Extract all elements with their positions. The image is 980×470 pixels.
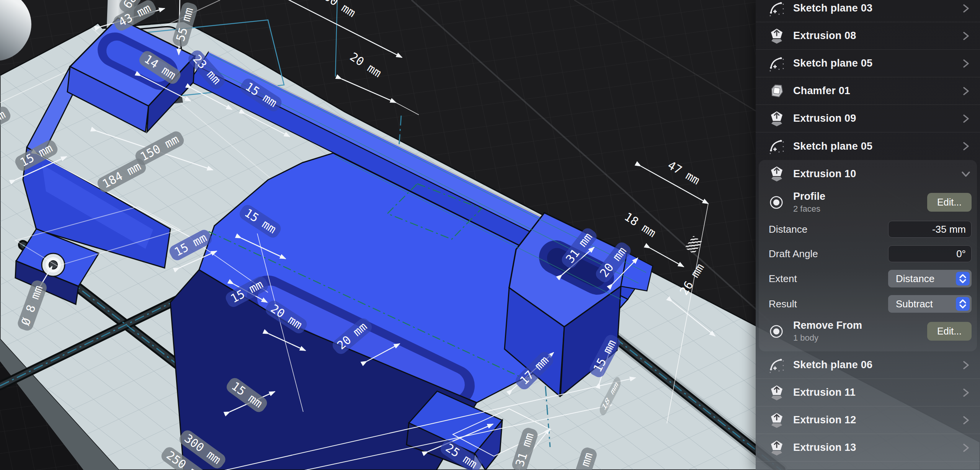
sidebar-item-extrusion-10[interactable]: Extrusion 10 xyxy=(759,160,977,188)
chevron-right-icon[interactable] xyxy=(960,3,972,14)
sidebar-item-label: Sketch plane 06 xyxy=(793,359,960,371)
distance-row: Distance xyxy=(759,217,977,242)
extent-row: Extent Distance xyxy=(759,266,977,291)
extent-label: Extent xyxy=(769,273,797,285)
extrusion-icon xyxy=(769,412,785,428)
extrusion-icon xyxy=(769,111,785,127)
profile-edit-button[interactable]: Edit... xyxy=(927,193,972,212)
sidebar-item-extrusion-08[interactable]: Extrusion 08 xyxy=(756,22,980,50)
distance-label: Distance xyxy=(769,224,807,235)
remove-from-row: Remove From 1 body Edit... xyxy=(759,317,977,346)
sidebar-item-chamfer-01[interactable]: Chamfer 01 xyxy=(756,77,980,105)
extrusion-10-panel: Extrusion 10 Profile 2 faces Edit... Dis… xyxy=(759,160,977,351)
sidebar-item-sketch-plane-05b[interactable]: Sketch plane 05 xyxy=(756,132,980,160)
result-label: Result xyxy=(769,298,797,310)
app-window: 68 43 mm 55 mm 14 mm 23 mm 15 mm 100 mm … xyxy=(0,0,980,470)
extrusion-icon xyxy=(769,440,785,456)
history-sidebar: Sketch plane 03 Extrusion 08 Sketch plan… xyxy=(756,0,980,470)
draft-angle-row: Draft Angle xyxy=(759,242,977,266)
sidebar-item-label: Extrusion 08 xyxy=(793,30,960,42)
chamfer-icon xyxy=(769,83,785,99)
sidebar-item-sketch-plane-05[interactable]: Sketch plane 05 xyxy=(756,50,980,77)
sidebar-item-extrusion-12[interactable]: Extrusion 12 xyxy=(756,406,980,434)
chevron-down-icon[interactable] xyxy=(960,168,972,180)
sidebar-item-extrusion-13[interactable]: Extrusion 13 xyxy=(756,434,980,462)
sidebar-item-extrusion-11[interactable]: Extrusion 11 xyxy=(756,379,980,406)
radio-selected-icon xyxy=(769,324,784,339)
profile-row: Profile 2 faces Edit... xyxy=(759,188,977,217)
remove-from-edit-button[interactable]: Edit... xyxy=(927,322,972,341)
result-value: Subtract xyxy=(896,298,933,310)
sidebar-item-label: Chamfer 01 xyxy=(793,85,960,97)
draft-angle-label: Draft Angle xyxy=(769,248,818,260)
distance-input[interactable] xyxy=(888,221,972,238)
sidebar-item-label: Sketch plane 05 xyxy=(793,140,960,152)
chevron-right-icon[interactable] xyxy=(960,442,972,454)
sidebar-item-sketch-plane-03[interactable]: Sketch plane 03 xyxy=(756,0,980,22)
sidebar-item-sketch-plane-06[interactable]: Sketch plane 06 xyxy=(756,351,980,379)
sidebar-item-label: Extrusion 09 xyxy=(793,113,960,124)
extent-value: Distance xyxy=(896,273,934,285)
sidebar-item-extrusion-09[interactable]: Extrusion 09 xyxy=(756,105,980,132)
chevron-right-icon[interactable] xyxy=(960,140,972,152)
profile-title: Profile xyxy=(793,191,927,202)
sidebar-item-label: Sketch plane 03 xyxy=(793,2,960,14)
chevron-right-icon[interactable] xyxy=(960,30,972,42)
extrusion-icon xyxy=(769,166,785,182)
remove-from-title: Remove From xyxy=(793,320,927,331)
extrusion-icon xyxy=(769,28,785,44)
chevron-right-icon[interactable] xyxy=(960,85,972,97)
sketch-plane-icon xyxy=(769,138,785,154)
extrusion-icon xyxy=(769,385,785,401)
extent-dropdown[interactable]: Distance xyxy=(888,270,972,287)
chevron-right-icon[interactable] xyxy=(960,415,972,426)
remove-from-subtitle: 1 body xyxy=(793,333,927,343)
sidebar-item-label: Extrusion 11 xyxy=(793,387,960,398)
sketch-plane-icon xyxy=(769,55,785,72)
chevron-right-icon[interactable] xyxy=(960,387,972,398)
panel-title: Extrusion 10 xyxy=(793,168,960,180)
profile-subtitle: 2 faces xyxy=(793,204,927,214)
sidebar-item-label: Extrusion 12 xyxy=(793,414,960,426)
chevron-right-icon[interactable] xyxy=(960,359,972,371)
sketch-plane-icon xyxy=(769,0,785,16)
draft-angle-input[interactable] xyxy=(888,245,972,262)
stepper-icon xyxy=(956,272,970,286)
sidebar-item-label: Extrusion 13 xyxy=(793,442,960,454)
result-dropdown[interactable]: Subtract xyxy=(888,295,972,313)
chevron-right-icon[interactable] xyxy=(960,113,972,124)
result-row: Result Subtract xyxy=(759,291,977,317)
chevron-right-icon[interactable] xyxy=(960,58,972,69)
sidebar-item-label: Sketch plane 05 xyxy=(793,57,960,69)
radio-selected-icon xyxy=(769,195,784,210)
stepper-icon xyxy=(956,297,970,311)
sketch-plane-icon xyxy=(769,357,785,373)
